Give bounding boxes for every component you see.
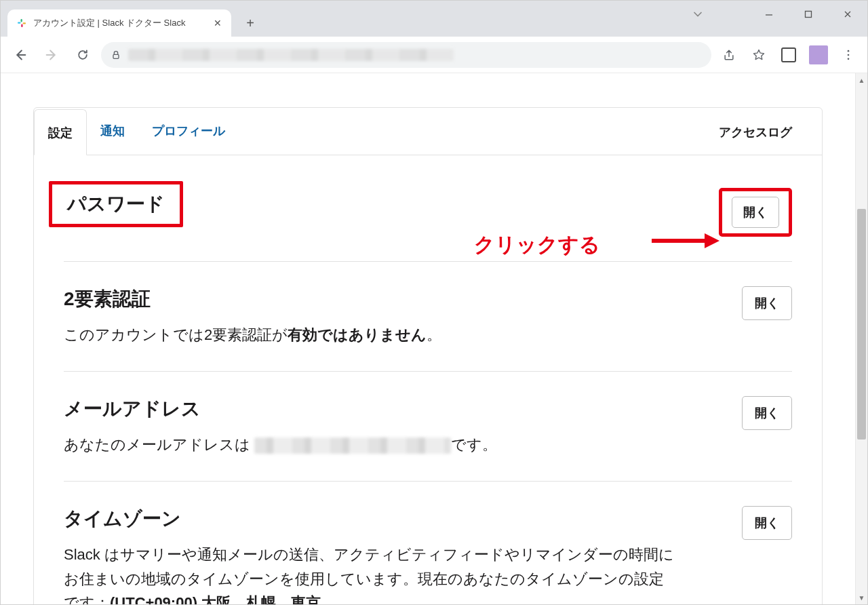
new-tab-button[interactable]: +: [239, 12, 261, 34]
svg-rect-3: [21, 24, 22, 28]
forward-button[interactable]: [39, 43, 64, 67]
svg-rect-8: [113, 54, 119, 58]
section-description: Slack はサマリーや通知メールの送信、アクティビティフィードやリマインダーの…: [64, 543, 674, 604]
svg-point-9: [848, 50, 850, 52]
svg-rect-1: [23, 22, 26, 24]
browser-toolbar: [1, 37, 867, 73]
scroll-thumb[interactable]: [857, 209, 866, 440]
tab-strip: アカウント設定 | Slack ドクター Slack ✕ +: [1, 1, 867, 37]
section-description: このアカウントでは2要素認証が有効ではありません。: [64, 323, 441, 347]
extension-icon[interactable]: [776, 43, 801, 67]
svg-point-11: [848, 58, 850, 60]
url-redacted: [128, 49, 454, 61]
settings-tablist: 設定 通知 プロフィール アクセスログ: [34, 108, 822, 155]
open-two-factor-button[interactable]: 開く: [742, 286, 792, 320]
scroll-up-icon[interactable]: ▲: [856, 73, 867, 87]
tab-title: アカウント設定 | Slack ドクター Slack: [33, 17, 207, 29]
address-bar[interactable]: [101, 42, 711, 68]
scroll-down-icon[interactable]: ▼: [856, 591, 867, 604]
section-title: タイムゾーン: [64, 506, 674, 532]
bookmark-star-icon[interactable]: [747, 43, 771, 67]
section-title: パスワード: [67, 191, 165, 217]
back-button[interactable]: [7, 43, 33, 67]
lock-icon: [111, 50, 121, 60]
window-close-button[interactable]: [828, 1, 867, 28]
tab-profile[interactable]: プロフィール: [138, 108, 239, 155]
settings-card: 設定 通知 プロフィール アクセスログ パスワード 開: [33, 107, 823, 604]
svg-rect-0: [18, 22, 21, 24]
profile-avatar[interactable]: [806, 43, 831, 67]
close-tab-icon[interactable]: ✕: [212, 18, 223, 28]
section-email: メールアドレス あなたのメールアドレスは です。 開く: [64, 371, 792, 481]
svg-marker-13: [705, 233, 719, 248]
window-controls: [749, 1, 867, 28]
maximize-button[interactable]: [789, 1, 828, 28]
settings-sections: パスワード 開く 2要素認証: [34, 155, 822, 604]
browser-window: アカウント設定 | Slack ドクター Slack ✕ +: [0, 0, 868, 605]
page-viewport: 設定 通知 プロフィール アクセスログ パスワード 開: [1, 73, 867, 604]
reload-button[interactable]: [70, 43, 96, 67]
svg-rect-2: [21, 19, 22, 22]
share-icon[interactable]: [717, 43, 741, 67]
access-log-link[interactable]: アクセスログ: [704, 109, 807, 154]
section-title: 2要素認証: [64, 286, 441, 312]
page-content: 設定 通知 プロフィール アクセスログ パスワード 開: [1, 73, 855, 604]
svg-point-10: [848, 54, 850, 56]
more-menu-icon[interactable]: [836, 43, 861, 67]
section-two-factor: 2要素認証 このアカウントでは2要素認証が有効ではありません。 開く: [64, 261, 792, 371]
email-redacted: [254, 437, 451, 454]
tab-notifications[interactable]: 通知: [87, 108, 138, 155]
open-email-button[interactable]: 開く: [742, 396, 792, 430]
section-timezone: タイムゾーン Slack はサマリーや通知メールの送信、アクティビティフィードや…: [64, 481, 792, 604]
open-password-button[interactable]: 開く: [719, 188, 792, 237]
scrollbar[interactable]: ▲ ▼: [855, 73, 867, 604]
minimize-button[interactable]: [749, 1, 789, 28]
section-description: あなたのメールアドレスは です。: [64, 433, 497, 456]
svg-rect-5: [806, 12, 812, 18]
slack-icon: [16, 17, 28, 29]
browser-tab[interactable]: アカウント設定 | Slack ドクター Slack ✕: [7, 9, 231, 37]
open-timezone-button[interactable]: 開く: [742, 506, 792, 540]
highlight-box: パスワード: [49, 181, 183, 227]
tab-search-chevron-icon[interactable]: [677, 1, 718, 28]
annotation-arrow-icon: [652, 231, 719, 251]
section-title: メールアドレス: [64, 396, 497, 422]
tab-settings[interactable]: 設定: [34, 109, 87, 155]
